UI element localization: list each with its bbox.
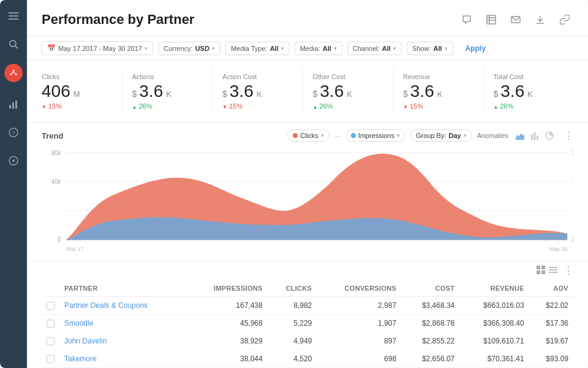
area-chart-button[interactable] (513, 129, 527, 142)
cell-2: 38,929 (187, 332, 267, 350)
currency-chevron-icon: ▾ (212, 45, 215, 52)
svg-rect-12 (12, 102, 14, 109)
row-checkbox-input[interactable] (47, 355, 55, 363)
chart-area: 80k 40k 0 20k 10k 0 May 17 May 30 (42, 146, 573, 259)
col-header-5: COST (401, 280, 459, 297)
cell-4: 897 (317, 332, 401, 350)
media-type-chevron-icon: ▾ (281, 45, 284, 52)
cell-1[interactable]: John Davelin (59, 332, 187, 350)
row-checkbox[interactable] (42, 350, 59, 368)
col-header-6: REVENUE (459, 280, 529, 297)
show-filter[interactable]: Show: All ▾ (407, 42, 453, 55)
clicks-legend-pill[interactable]: Clicks ▾ (287, 129, 329, 142)
email-icon[interactable] (507, 11, 524, 28)
sidebar-help-icon[interactable]: ? (5, 124, 22, 141)
kpi-label: Actions (132, 73, 203, 80)
kpi-suffix: K (437, 90, 443, 99)
svg-rect-2 (9, 18, 18, 20)
svg-text:10k: 10k (572, 178, 573, 185)
separator: — (334, 132, 341, 139)
cell-6: $109,610.71 (459, 332, 529, 350)
table-row: Partner Deals & Coupons167,4388,9822,987… (42, 297, 573, 315)
kpi-card-total-cost: Total Cost $ 3.6 K 26% (484, 68, 574, 115)
kpi-change-value: 15% (410, 102, 423, 110)
kpi-main: 406 (42, 83, 70, 100)
kpi-currency: $ (222, 89, 227, 99)
row-checkbox-input[interactable] (47, 337, 55, 345)
kpi-card-clicks: Clicks 406 M 15% (42, 68, 123, 115)
svg-text:0: 0 (572, 236, 573, 243)
download-icon[interactable] (532, 11, 549, 28)
sidebar-chart-icon[interactable] (5, 96, 22, 113)
bar-chart-button[interactable] (528, 129, 541, 142)
currency-label: Currency: (164, 45, 193, 52)
row-checkbox[interactable] (42, 297, 59, 315)
media-type-filter[interactable]: Media Type: All ▾ (225, 42, 290, 55)
row-checkbox-input[interactable] (47, 302, 55, 310)
sidebar-search-icon[interactable] (5, 36, 22, 53)
chat-icon[interactable] (458, 11, 475, 28)
cell-3: 5,229 (268, 315, 317, 332)
chart-header: Trend Clicks ▾ — Impressions ▾ Group By:… (42, 123, 573, 146)
kpi-change-value: 26% (500, 102, 513, 110)
chart-more-button[interactable]: ⋮ (564, 130, 573, 142)
currency-filter[interactable]: Currency: USD ▾ (158, 42, 221, 55)
kpi-value: $ 3.6 K (494, 83, 564, 100)
media-type-value: All (270, 45, 279, 52)
svg-rect-42 (541, 266, 545, 269)
svg-text:40k: 40k (51, 178, 62, 185)
col-header-0 (42, 280, 59, 297)
table-icon[interactable] (483, 11, 500, 28)
kpi-value: 406 M (42, 83, 112, 100)
kpi-change: 26% (494, 102, 564, 110)
table-grid-icon[interactable] (537, 266, 545, 276)
pie-chart-button[interactable] (543, 129, 556, 142)
kpi-main: 3.6 (139, 83, 163, 100)
row-checkbox-input[interactable] (47, 320, 55, 328)
table-section: ⋮ PARTNERIMPRESSIONSCLICKSCONVERSIONSCOS… (27, 261, 588, 368)
svg-rect-43 (537, 270, 540, 274)
clicks-dot (293, 133, 298, 138)
sidebar: ? (0, 0, 27, 368)
impressions-legend-pill[interactable]: Impressions ▾ (345, 129, 405, 142)
table-row: John Davelin38,9294,949897$2,855.22$109,… (42, 332, 573, 350)
anomalies-button[interactable]: Anomalies (477, 132, 508, 139)
kpi-label: Clicks (42, 73, 112, 80)
kpi-change-value: 15% (48, 102, 62, 110)
svg-rect-27 (537, 136, 538, 140)
page-title: Performance by Partner (42, 12, 194, 28)
kpi-card-other-cost: Other Cost $ 3.6 K 26% (303, 68, 394, 115)
kpi-arrow-icon (403, 102, 408, 110)
cell-1[interactable]: Smoodle (59, 315, 187, 332)
svg-point-5 (13, 70, 15, 72)
media-filter[interactable]: Media: All ▾ (295, 42, 342, 55)
row-checkbox[interactable] (42, 332, 59, 350)
row-checkbox[interactable] (42, 315, 59, 332)
col-header-7: AOV (529, 280, 573, 297)
cell-4: 2,987 (317, 297, 401, 315)
channel-filter[interactable]: Channel: All ▾ (347, 42, 402, 55)
svg-rect-41 (537, 266, 540, 269)
svg-point-3 (10, 40, 16, 47)
sidebar-menu-icon[interactable] (5, 7, 22, 25)
table-more-button[interactable]: ⋮ (564, 265, 573, 277)
link-icon[interactable] (556, 11, 573, 28)
kpi-change: 15% (222, 102, 293, 110)
table-list-icon[interactable] (549, 266, 557, 276)
sidebar-logo (4, 64, 23, 82)
kpi-suffix: K (257, 90, 262, 99)
sidebar-discover-icon[interactable] (5, 152, 22, 169)
cell-1[interactable]: Partner Deals & Coupons (59, 297, 187, 315)
chart-view-buttons (513, 129, 556, 142)
clicks-chevron-icon: ▾ (321, 132, 324, 139)
kpi-row: Clicks 406 M 15% Actions $ 3.6 K 26% Act… (27, 61, 588, 123)
cell-1[interactable]: Takemore (59, 350, 187, 368)
date-range-filter[interactable]: 📅 May 17 2017 - May 30 2017 ▾ (42, 41, 153, 55)
apply-button[interactable]: Apply (458, 42, 493, 55)
kpi-label: Action Cost (222, 73, 293, 80)
kpi-arrow-icon (132, 102, 137, 110)
group-by-pill[interactable]: Group By: Day ▾ (410, 129, 472, 142)
kpi-change: 15% (42, 102, 112, 110)
cell-3: 4,949 (268, 332, 317, 350)
col-header-4: CONVERSIONS (317, 280, 401, 297)
